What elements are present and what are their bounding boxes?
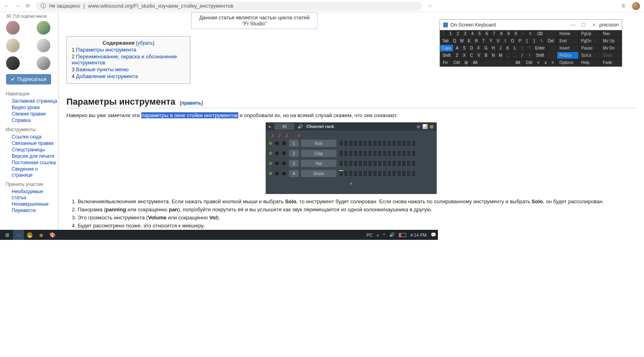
osk-key[interactable]: 3 [462, 30, 469, 37]
nav-link[interactable]: Постоянная ссылка [12, 160, 58, 166]
minimize-button[interactable]: — [568, 22, 578, 28]
subscribe-button[interactable]: ✔Подписаться [6, 74, 51, 85]
osk-key[interactable]: Pause [578, 45, 600, 52]
osk-key[interactable]: 4 [469, 30, 476, 37]
osk-key[interactable]: , [504, 52, 512, 59]
nav-link[interactable]: Сведения о странице [12, 166, 58, 178]
osk-key[interactable]: . [512, 52, 519, 59]
osk-key[interactable]: P [516, 37, 524, 45]
osk-key[interactable]: W [458, 37, 466, 45]
osk-key[interactable]: ↑ [526, 52, 533, 59]
osk-key[interactable]: Fade [600, 59, 622, 66]
osk-key[interactable]: Mv Dn [600, 45, 622, 52]
osk-key[interactable]: > [549, 59, 557, 66]
clock[interactable]: 4:14 PM [410, 233, 427, 237]
osk-key[interactable]: 0 [512, 30, 520, 37]
osk-key[interactable]: Home [557, 30, 578, 37]
osk-key[interactable]: 9 [505, 30, 512, 37]
osk-key[interactable]: Shift [533, 52, 547, 59]
osk-key[interactable] [481, 59, 512, 66]
notifications-icon[interactable]: 💬 [431, 232, 436, 237]
osk-key[interactable]: J [497, 45, 504, 52]
taskbar-app[interactable]: ▭ [13, 230, 24, 240]
osk-key[interactable]: O [509, 37, 516, 45]
osk-key[interactable]: N [490, 52, 497, 59]
osk-key[interactable]: E [466, 37, 473, 45]
osk-key[interactable]: C [468, 52, 475, 59]
nav-link[interactable]: Связанные правки [12, 140, 58, 147]
osk-key[interactable]: Help [578, 59, 600, 66]
nav-link[interactable]: Незавершенные [12, 201, 58, 207]
toc-item[interactable]: 1 Параметры инструмента [72, 47, 185, 53]
start-button[interactable]: ⊞ [2, 230, 13, 240]
bookmark-icon[interactable]: ☆ [428, 3, 433, 9]
osk-key[interactable]: Tab [440, 37, 451, 45]
nav-link[interactable]: Видео уроки [12, 105, 58, 111]
profile-avatar-icon[interactable] [632, 2, 640, 10]
osk-key[interactable]: ` [440, 30, 447, 37]
avatar[interactable] [37, 21, 50, 35]
osk-key[interactable]: PgUp [578, 30, 600, 37]
osk-key[interactable]: ⊞ [462, 59, 470, 66]
avatar[interactable] [6, 21, 20, 35]
nav-link[interactable]: Перевести [12, 208, 58, 214]
taskbar-chrome[interactable] [24, 230, 35, 240]
osk-key[interactable]: Y [487, 37, 495, 45]
osk-key[interactable]: I [502, 37, 509, 45]
osk-key[interactable]: V [475, 52, 483, 59]
nav-link[interactable]: Спецстраницы [12, 147, 58, 153]
forward-button[interactable]: → [15, 3, 20, 9]
toc-toggle[interactable]: убрать [138, 40, 153, 46]
chevron-up-icon[interactable]: ^ [383, 233, 385, 237]
osk-key[interactable]: X [461, 52, 468, 59]
avatar[interactable] [37, 39, 50, 52]
osk-key[interactable]: 8 [498, 30, 505, 37]
nav-link[interactable]: Свежие правки [12, 111, 58, 117]
osk-key[interactable]: 7 [491, 30, 498, 37]
osk-key[interactable]: L [512, 45, 519, 52]
nav-link[interactable]: Заглавная страница [12, 98, 58, 104]
osk-key[interactable]: ] [531, 37, 538, 45]
osk-key[interactable]: G [483, 45, 490, 52]
osk-key[interactable]: ∨ [542, 59, 549, 66]
osk-key[interactable]: Shift [440, 52, 454, 59]
address-bar[interactable]: ⓘ Не защищено | www.wikisound.org/Fl_stu… [36, 2, 422, 10]
osk-key[interactable]: ' [526, 45, 533, 52]
osk-key[interactable]: 6 [483, 30, 491, 37]
osk-key[interactable]: Caps [440, 45, 454, 52]
taskbar-app[interactable]: ◉ [35, 230, 47, 240]
osk-key[interactable]: Alt [512, 59, 524, 66]
osk-key[interactable]: S [461, 45, 468, 52]
avatar[interactable] [6, 39, 20, 52]
reload-button[interactable]: ⟳ [26, 3, 30, 9]
shield-icon[interactable]: ⛨ [621, 3, 626, 9]
osk-key[interactable]: K [504, 45, 512, 52]
taskbar-app[interactable]: 🎨 [47, 230, 58, 240]
osk-key[interactable]: F [475, 45, 483, 52]
osk-key[interactable]: Fn [440, 59, 451, 66]
chevron-up-icon[interactable]: » [377, 233, 379, 237]
close-button[interactable]: ✕ [589, 22, 599, 28]
osk-key[interactable]: A [454, 45, 461, 52]
avatar[interactable] [6, 56, 20, 70]
osk-key[interactable]: Insert [557, 45, 578, 52]
osk-key[interactable]: 1 [447, 30, 454, 37]
osk-key[interactable]: PgDn [578, 37, 600, 45]
toc-item[interactable]: 4 Добавление инструмента [72, 73, 185, 79]
osk-key[interactable]: T [480, 37, 487, 45]
maximize-button[interactable]: ☐ [578, 22, 589, 28]
toc-item[interactable]: 2 Переименование, окраска и обозначение … [72, 54, 185, 66]
osk-key[interactable]: Mv Up [600, 37, 622, 45]
osk-key[interactable]: ⌫ [534, 30, 545, 37]
back-button[interactable]: ← [4, 3, 9, 9]
osk-key[interactable]: = [527, 30, 534, 37]
osk-key[interactable]: Nav [600, 30, 622, 37]
osk-key[interactable]: B [483, 52, 490, 59]
osk-key[interactable]: / [519, 52, 526, 59]
osk-key[interactable]: - [520, 30, 527, 37]
osk-key[interactable]: 2 [454, 30, 462, 37]
osk-key[interactable]: R [473, 37, 480, 45]
osk-key[interactable]: D [468, 45, 475, 52]
osk-key[interactable]: Options [557, 59, 578, 66]
osk-key[interactable]: Alt [470, 59, 481, 66]
